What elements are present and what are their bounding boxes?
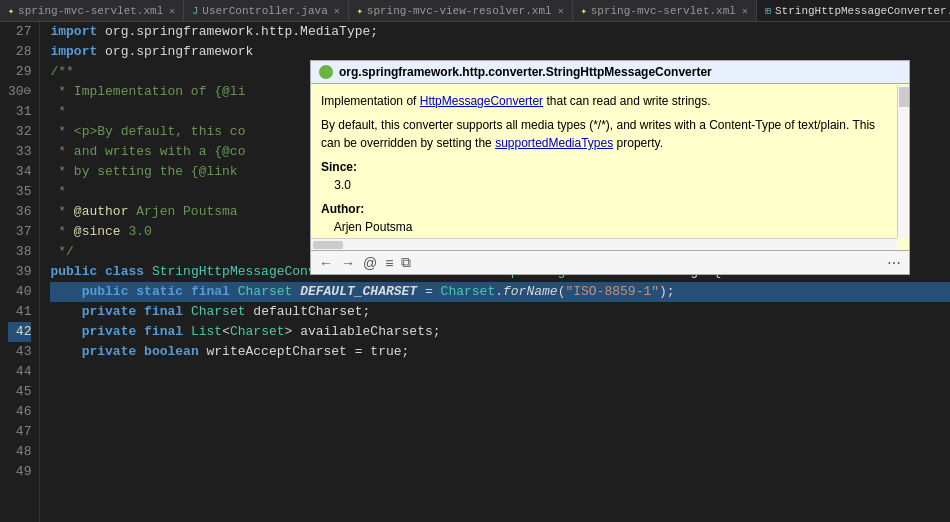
- supported-media-types-link[interactable]: supportedMediaTypes: [495, 136, 613, 150]
- xml-icon: ✦: [8, 5, 14, 17]
- close-icon[interactable]: ✕: [742, 5, 748, 17]
- tooltip-body: Implementation of HttpMessageConverter t…: [311, 84, 909, 250]
- line-number: 28: [8, 42, 31, 62]
- close-icon[interactable]: ✕: [169, 5, 175, 17]
- resize-handle[interactable]: ⋯: [885, 255, 903, 271]
- xml-icon: ✦: [357, 5, 363, 17]
- tooltip-title: org.springframework.http.converter.Strin…: [339, 65, 712, 79]
- tooltip-popup: org.springframework.http.converter.Strin…: [310, 60, 910, 275]
- line-number: 48: [8, 442, 31, 462]
- close-icon[interactable]: ✕: [558, 5, 564, 17]
- tab-bar: ✦ spring-mvc-servlet.xml ✕ J UserControl…: [0, 0, 950, 22]
- code-line-47: private final List<Charset> availableCha…: [50, 322, 950, 342]
- line-number: 49: [8, 462, 31, 482]
- line-number: 30⊖: [8, 82, 31, 102]
- close-icon[interactable]: ✕: [334, 5, 340, 17]
- forward-btn[interactable]: →: [339, 255, 357, 271]
- tab-user-controller[interactable]: J UserController.java ✕: [184, 0, 348, 22]
- code-line-42: public static final Charset DEFAULT_CHAR…: [50, 282, 950, 302]
- code-line-28: import org.springframework: [50, 42, 950, 62]
- tab-spring-mvc-servlet-2[interactable]: ✦ spring-mvc-servlet.xml ✕: [573, 0, 757, 22]
- line-number: 44: [8, 362, 31, 382]
- line-number: 47: [8, 422, 31, 442]
- since-value: 3.0: [334, 178, 351, 192]
- since-label: Since:: [321, 160, 357, 174]
- http-message-converter-link[interactable]: HttpMessageConverter: [420, 94, 543, 108]
- tab-label: spring-mvc-view-resolver.xml: [367, 5, 552, 17]
- this-text: this: [381, 118, 400, 132]
- line-number: 31: [8, 102, 31, 122]
- tooltip-since: Since: 3.0: [321, 158, 889, 194]
- line-number: 38: [8, 242, 31, 262]
- tooltip-paragraph-1: Implementation of HttpMessageConverter t…: [321, 92, 889, 110]
- line-number: 35: [8, 182, 31, 202]
- code-line-49: private boolean writeAcceptCharset = tru…: [50, 342, 950, 362]
- line-number: 39: [8, 262, 31, 282]
- line-number: 40: [8, 282, 31, 302]
- line-number: 34: [8, 162, 31, 182]
- list-btn[interactable]: ≡: [383, 255, 395, 271]
- tab-label: UserController.java: [202, 5, 327, 17]
- java-icon: ⊞: [765, 5, 771, 17]
- scrollbar-thumb[interactable]: [899, 87, 909, 107]
- tooltip-footer: ← → @ ≡ ⧉ ⋯: [311, 250, 909, 274]
- tab-spring-mvc-servlet-1[interactable]: ✦ spring-mvc-servlet.xml ✕: [0, 0, 184, 22]
- back-btn[interactable]: ←: [317, 255, 335, 271]
- line-number: 27: [8, 22, 31, 42]
- xml-icon: ✦: [581, 5, 587, 17]
- at-sign-btn[interactable]: @: [361, 255, 379, 271]
- tooltip-scrollbar-bottom[interactable]: [311, 238, 897, 250]
- h-scrollbar-thumb[interactable]: [313, 241, 343, 249]
- tooltip-author: Author: Arjen Poutsma: [321, 200, 889, 236]
- tab-label: StringHttpMessageConverter.c…: [775, 5, 950, 17]
- tab-label: spring-mvc-servlet.xml: [18, 5, 163, 17]
- code-line-45: private final Charset defaultCharset;: [50, 302, 950, 322]
- line-number: 33: [8, 142, 31, 162]
- line-number: 41: [8, 302, 31, 322]
- line-number: 32: [8, 122, 31, 142]
- link-btn[interactable]: ⧉: [399, 254, 413, 271]
- tab-label: spring-mvc-servlet.xml: [591, 5, 736, 17]
- author-label: Author:: [321, 202, 364, 216]
- line-number: 43: [8, 342, 31, 362]
- line-numbers: 27 28 29 30⊖ 31 32 33 34 35 36 37 38 39 …: [0, 22, 40, 522]
- editor-area: 27 28 29 30⊖ 31 32 33 34 35 36 37 38 39 …: [0, 22, 950, 522]
- spring-icon: [319, 65, 333, 79]
- line-number: 37: [8, 222, 31, 242]
- code-line-27: import org.springframework.http.MediaTyp…: [50, 22, 950, 42]
- line-number: 42: [8, 322, 31, 342]
- tooltip-header: org.springframework.http.converter.Strin…: [311, 61, 909, 84]
- java-icon: J: [192, 6, 198, 17]
- line-number: 29: [8, 62, 31, 82]
- line-number: 36: [8, 202, 31, 222]
- tab-spring-mvc-view-resolver[interactable]: ✦ spring-mvc-view-resolver.xml ✕: [349, 0, 573, 22]
- author-value: Arjen Poutsma: [334, 220, 413, 234]
- tooltip-paragraph-2: By default, this converter supports all …: [321, 116, 889, 152]
- tooltip-scrollbar-right[interactable]: [897, 85, 909, 238]
- line-number: 46: [8, 402, 31, 422]
- line-number: 45: [8, 382, 31, 402]
- tab-string-http-message-converter[interactable]: ⊞ StringHttpMessageConverter.c… ✕: [757, 0, 950, 22]
